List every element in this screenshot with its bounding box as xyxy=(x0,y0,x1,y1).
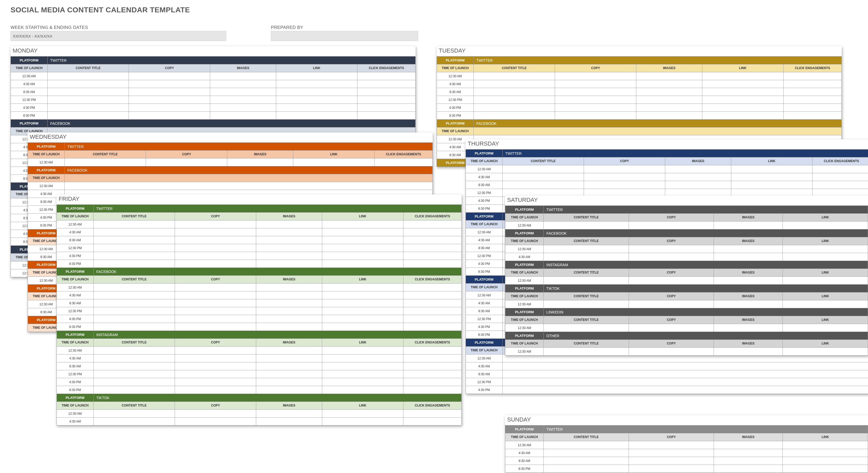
platform-row: PLATFORMTWITTER xyxy=(505,206,868,214)
platform-row: PLATFORMTWITTER xyxy=(466,149,868,158)
table-row: 12:30 AM xyxy=(505,300,868,308)
columns-row: TIME OF LAUNCH xyxy=(437,128,842,135)
friday-table: PLATFORMTWITTER TIME OF LAUNCH CONTENT T… xyxy=(57,204,462,426)
table-row: 4:30 AM xyxy=(466,362,868,370)
platform-row: PLATFORM FACEBOOK xyxy=(437,120,842,128)
table-row: 4:30 AM xyxy=(466,173,868,181)
platform-row: PLATFORMLINKEDIN xyxy=(505,308,868,316)
thursday-header: THURSDAY xyxy=(466,139,868,149)
columns-row: TIME OF LAUNCH CONTENT TITLE COPY IMAGES… xyxy=(57,212,462,221)
columns-row: TIME OF LAUNCH CONTENT TITLE COPY IMAGES… xyxy=(28,150,433,159)
platform-row: PLATFORMTIKTOK xyxy=(57,394,462,402)
prepared-input[interactable] xyxy=(271,31,418,41)
table-row: 4:30 AM xyxy=(437,80,842,88)
table-row: 4:30 AM xyxy=(505,449,868,457)
table-row: 8:30 AM xyxy=(437,88,842,96)
table-row: 12:30 AM xyxy=(437,72,842,80)
table-row: 12:30 PM xyxy=(57,244,462,252)
table-row: 12:30 AM xyxy=(57,347,462,354)
friday-header: FRIDAY xyxy=(57,195,462,204)
columns-row: TIME OF LAUNCH CONTENT TITLE COPY IMAGES… xyxy=(505,316,868,324)
platform-label-cell: PLATFORM xyxy=(11,57,48,64)
platform-row: PLATFORMFACEBOOK xyxy=(57,268,462,276)
table-row: 12:30 AM xyxy=(57,410,462,417)
tuesday-header: TUESDAY xyxy=(437,46,842,56)
columns-row: TIME OF LAUNCH CONTENT TITLE COPY IMAGES… xyxy=(11,64,415,72)
table-row: 8:30 PM xyxy=(57,386,462,394)
time-cell[interactable]: 8:30 PM xyxy=(11,112,48,120)
platform-row: PLATFORMTWITTER xyxy=(28,143,433,150)
columns-row: TIME OF LAUNCH CONTENT TITLE COPY IMAGES… xyxy=(505,214,868,222)
table-row: 4:30 PM xyxy=(57,378,462,386)
saturday-card: SATURDAY PLATFORMTWITTER TIME OF LAUNCH … xyxy=(505,196,868,356)
monday-header: MONDAY xyxy=(10,46,415,56)
friday-card: FRIDAY PLATFORMTWITTER TIME OF LAUNCH CO… xyxy=(57,195,462,426)
table-row: 12:30 AM xyxy=(505,222,868,229)
table-row: 8:30 PM xyxy=(505,465,868,473)
col-time: TIME OF LAUNCH xyxy=(11,64,48,72)
time-cell[interactable]: 12:30 PM xyxy=(11,96,48,104)
columns-row: TIME OF LAUNCH CONTENT TITLE COPY IMAGES… xyxy=(505,269,868,277)
table-row: 4:30 AM xyxy=(57,228,462,236)
time-cell[interactable]: 4:30 PM xyxy=(11,104,48,112)
table-row: 4:30 PM xyxy=(57,315,462,323)
columns-row: TIME OF LAUNCH CONTENT TITLE COPY IMAGES… xyxy=(437,64,842,72)
columns-row: TIME OF LAUNCH CONTENT TITLE COPY IMAGES… xyxy=(505,237,868,245)
platform-row: PLATFORMINSTAGRAM xyxy=(57,331,462,339)
prepared-label: PREPARED BY xyxy=(271,25,303,30)
columns-row: TIME OF LAUNCH CONTENT TITLE COPY IMAGES… xyxy=(57,276,462,283)
platform-row: PLATFORMTWITTER xyxy=(57,205,462,212)
table-row: 12:30 AM xyxy=(466,165,868,173)
table-row: 4:30 AM xyxy=(57,292,462,299)
col-img: IMAGES xyxy=(210,64,276,72)
col-title: CONTENT TITLE xyxy=(48,64,129,72)
table-row: 8:30 AM xyxy=(505,457,868,465)
sunday-header: SUNDAY xyxy=(505,415,868,425)
table-row: 4:30 AM xyxy=(11,80,415,88)
sunday-table: PLATFORMTWITTER TIME OF LAUNCH CONTENT T… xyxy=(505,425,868,473)
table-row: 4:30 PM xyxy=(437,104,842,112)
table-row: 12:30 PM xyxy=(57,370,462,378)
table-row: 8:30 PM xyxy=(437,112,842,120)
dates-label: WEEK STARTING & ENDING DATES xyxy=(10,25,88,30)
table-row: 12:30 AM xyxy=(505,245,868,253)
table-row: 12:30 AM xyxy=(505,324,868,332)
page-title: SOCIAL MEDIA CONTENT CALENDAR TEMPLATE xyxy=(10,6,190,14)
table-row: 8:30 PM xyxy=(57,260,462,268)
platform-row: PLATFORM TWITTER xyxy=(11,57,415,64)
table-row: 12:30 PM xyxy=(437,96,842,104)
table-row: 12:30 PM xyxy=(466,378,868,386)
platform-name: FACEBOOK xyxy=(48,120,415,128)
dates-input[interactable]: XX/XX/XX - XX/XX/XX xyxy=(10,31,226,41)
wednesday-header: WEDNESDAY xyxy=(28,132,433,142)
time-cell[interactable]: 8:30 AM xyxy=(11,88,48,96)
platform-row: PLATFORM TWITTER xyxy=(437,57,842,64)
platform-row: PLATFORMFACEBOOK xyxy=(505,229,868,237)
saturday-table: PLATFORMTWITTER TIME OF LAUNCH CONTENT T… xyxy=(505,205,868,356)
table-row: 12:30 AM xyxy=(505,277,868,284)
saturday-header: SATURDAY xyxy=(505,196,868,205)
table-row: 8:30 AM xyxy=(466,181,868,189)
time-cell[interactable]: 4:30 AM xyxy=(11,80,48,88)
table-row: 12:30 AM xyxy=(11,72,415,80)
dates-value: XX/XX/XX - XX/XX/XX xyxy=(13,34,52,38)
platform-row: PLATFORMOTHER xyxy=(505,332,868,340)
table-row: 4:30 AM xyxy=(57,417,462,426)
columns-row: TIME OF LAUNCH xyxy=(28,174,433,182)
table-row: 4:30 AM xyxy=(505,253,868,261)
time-cell[interactable]: 12:30 AM xyxy=(11,72,48,80)
columns-row: TIME OF LAUNCH CONTENT TITLE COPY IMAGES… xyxy=(466,158,868,165)
table-row: 12:30 AM xyxy=(28,159,433,166)
table-row: 8:30 PM xyxy=(11,112,415,120)
table-row: 12:30 AM xyxy=(28,182,433,190)
sunday-card: SUNDAY PLATFORMTWITTER TIME OF LAUNCH CO… xyxy=(505,415,868,473)
columns-row: TIME OF LAUNCH CONTENT TITLE COPY IMAGES… xyxy=(57,339,462,347)
table-row: 12:30 AM xyxy=(505,348,868,356)
columns-row: TIME OF LAUNCH CONTENT TITLE COPY IMAGES… xyxy=(505,340,868,348)
table-row: 8:30 AM xyxy=(57,236,462,244)
table-row: 12:30 AM xyxy=(505,441,868,449)
table-row: 4:30 PM xyxy=(466,386,868,394)
platform-row: PLATFORMTWITTER xyxy=(505,426,868,433)
platform-label-cell: PLATFORM xyxy=(11,120,48,128)
columns-row: TIME OF LAUNCH CONTENT TITLE COPY IMAGES… xyxy=(505,433,868,441)
